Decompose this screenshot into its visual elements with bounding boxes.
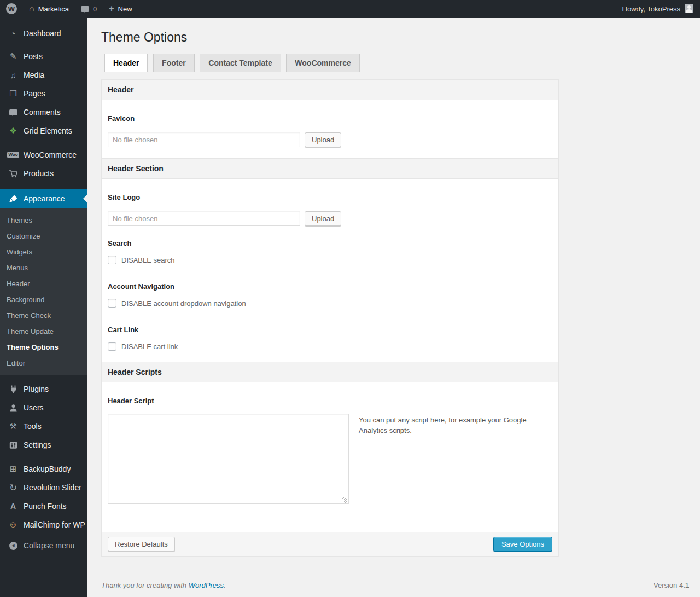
sidebar-item-label: Products xyxy=(24,169,54,178)
section-header-scripts-body: Header Script You can put any script her… xyxy=(102,382,558,532)
sidebar-item-label: Plugins xyxy=(24,385,49,393)
sidebar-item-plugins[interactable]: Plugins xyxy=(0,380,88,398)
account-navigation-label: Account Navigation xyxy=(108,282,552,291)
site-link[interactable]: Marketica xyxy=(23,0,75,18)
sidebar-item-dashboard[interactable]: Dashboard xyxy=(0,24,88,43)
main-content: Theme Options Header Footer Contact Temp… xyxy=(88,18,700,597)
section-header-scripts-title: Header Scripts xyxy=(102,362,558,382)
sidebar-item-revolution-slider[interactable]: Revolution Slider xyxy=(0,478,88,497)
save-options-button[interactable]: Save Options xyxy=(493,537,552,552)
submenu-item-customize[interactable]: Customize xyxy=(0,228,88,244)
version-text: Version 4.1 xyxy=(654,581,689,589)
wordpress-link[interactable]: WordPress xyxy=(189,581,224,589)
sidebar-item-label: Dashboard xyxy=(24,29,61,38)
favicon-upload-button[interactable]: Upload xyxy=(305,132,341,147)
sidebar-item-mailchimp[interactable]: MailChimp for WP xyxy=(0,515,88,534)
disable-account-navigation-checkbox[interactable] xyxy=(108,299,116,308)
favicon-file-row: Upload xyxy=(108,132,552,147)
disable-search-checkbox[interactable] xyxy=(108,256,116,264)
menu-separator xyxy=(0,454,88,460)
site-logo-label: Site Logo xyxy=(108,193,552,201)
sidebar-item-punch-fonts[interactable]: Punch Fonts xyxy=(0,497,88,515)
tab-header[interactable]: Header xyxy=(104,54,148,72)
submenu-item-theme-update[interactable]: Theme Update xyxy=(0,323,88,339)
disable-account-label: DISABLE account dropdown navigation xyxy=(121,299,246,308)
current-menu-arrow-icon xyxy=(79,194,88,203)
posts-icon xyxy=(8,51,19,61)
submenu-item-menus[interactable]: Menus xyxy=(0,260,88,276)
products-icon xyxy=(8,170,19,178)
submenu-item-themes[interactable]: Themes xyxy=(0,212,88,228)
sidebar-item-label: Media xyxy=(24,71,44,79)
panel-footer: Restore Defaults Save Options xyxy=(102,532,558,556)
favicon-label: Favicon xyxy=(108,114,552,123)
admin-sidebar: Dashboard Posts Media Pages Comments Gri… xyxy=(0,18,88,597)
menu-separator xyxy=(0,43,88,47)
theme-options-panel: Header Favicon Upload Header Section Sit… xyxy=(101,79,559,557)
tools-icon xyxy=(8,421,19,431)
wordpress-menu-button[interactable] xyxy=(0,0,23,18)
disable-search-row: DISABLE search xyxy=(108,256,552,264)
tab-woocommerce[interactable]: WooCommerce xyxy=(286,54,359,72)
disable-cart-label: DISABLE cart link xyxy=(121,343,178,351)
sidebar-item-products[interactable]: Products xyxy=(0,164,88,183)
tab-footer[interactable]: Footer xyxy=(153,54,195,72)
revolution-slider-icon xyxy=(8,482,19,494)
tab-contact-template[interactable]: Contact Template xyxy=(200,54,281,72)
sidebar-item-tools[interactable]: Tools xyxy=(0,417,88,436)
sidebar-item-posts[interactable]: Posts xyxy=(0,47,88,66)
admin-bar: Marketica 0 New Howdy, TokoPress xyxy=(0,0,700,18)
sidebar-item-grid-elements[interactable]: Grid Elements xyxy=(0,121,88,140)
restore-defaults-button[interactable]: Restore Defaults xyxy=(108,537,175,552)
sidebar-item-woocommerce[interactable]: WooCommerce xyxy=(0,146,88,164)
sidebar-item-backupbuddy[interactable]: BackupBuddy xyxy=(0,460,88,478)
admin-bar-right: Howdy, TokoPress xyxy=(622,4,700,13)
site-logo-input[interactable] xyxy=(108,211,300,226)
comments-icon xyxy=(8,109,19,115)
sidebar-item-comments[interactable]: Comments xyxy=(0,103,88,121)
new-label: New xyxy=(118,5,132,13)
submenu-item-theme-options[interactable]: Theme Options xyxy=(0,339,88,355)
punch-fonts-icon xyxy=(8,502,19,511)
plugins-icon xyxy=(8,385,19,393)
submenu-item-background[interactable]: Background xyxy=(0,292,88,308)
sidebar-item-media[interactable]: Media xyxy=(0,66,88,84)
site-name: Marketica xyxy=(38,5,69,13)
disable-cart-row: DISABLE cart link xyxy=(108,342,552,351)
backupbuddy-icon xyxy=(8,464,19,474)
page-footer: Thank you for creating with WordPress. V… xyxy=(101,581,689,589)
dashboard-icon xyxy=(8,29,19,38)
howdy-account-link[interactable]: Howdy, TokoPress xyxy=(622,5,680,13)
sidebar-item-label: WooCommerce xyxy=(24,150,77,159)
site-logo-upload-button[interactable]: Upload xyxy=(305,211,341,226)
settings-icon xyxy=(8,441,19,449)
wordpress-logo-icon xyxy=(6,3,17,14)
submenu-item-theme-check[interactable]: Theme Check xyxy=(0,308,88,323)
sidebar-item-pages[interactable]: Pages xyxy=(0,84,88,103)
submenu-item-editor[interactable]: Editor xyxy=(0,355,88,371)
user-avatar-icon[interactable] xyxy=(685,4,693,13)
disable-cart-link-checkbox[interactable] xyxy=(108,342,116,351)
section-header-title: Header xyxy=(102,80,558,100)
footer-thanks-text: Thank you for creating with WordPress. xyxy=(101,581,226,589)
collapse-icon xyxy=(8,542,19,550)
sidebar-item-users[interactable]: Users xyxy=(0,398,88,417)
site-home-icon xyxy=(29,4,34,13)
favicon-input[interactable] xyxy=(108,132,300,147)
collapse-menu-button[interactable]: Collapse menu xyxy=(0,536,88,555)
theme-options-tabs: Header Footer Contact Template WooCommer… xyxy=(101,54,689,72)
disable-search-label: DISABLE search xyxy=(121,256,175,264)
sidebar-item-appearance[interactable]: Appearance xyxy=(0,189,88,208)
sidebar-item-settings[interactable]: Settings xyxy=(0,436,88,454)
media-icon xyxy=(8,71,19,80)
submenu-item-header[interactable]: Header xyxy=(0,276,88,292)
comments-shortcut[interactable]: 0 xyxy=(75,0,103,18)
new-content-button[interactable]: New xyxy=(103,0,138,18)
page-title: Theme Options xyxy=(101,18,689,45)
admin-bar-left: Marketica 0 New xyxy=(0,0,138,18)
site-logo-file-row: Upload xyxy=(108,211,552,226)
submenu-item-widgets[interactable]: Widgets xyxy=(0,244,88,260)
header-script-textarea[interactable] xyxy=(108,414,349,504)
header-script-hint: You can put any script here, for example… xyxy=(359,414,534,506)
search-label: Search xyxy=(108,239,552,247)
